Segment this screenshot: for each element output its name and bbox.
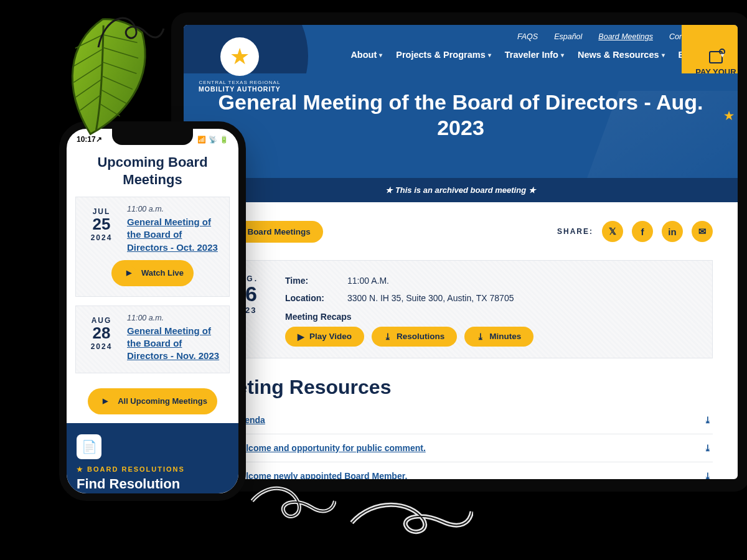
event-details: Time:11:00 A.M. Location:3300 N. IH 35, … (285, 272, 533, 347)
logo-line1: CENTRAL TEXAS REGIONAL (199, 80, 281, 85)
resolutions-button[interactable]: ⤓Resolutions (372, 327, 457, 347)
upcoming-title: Upcoming Board Meetings (75, 154, 230, 188)
card-time: 11:00 a.m. (127, 205, 222, 213)
resolutions-kicker: BOARD RESOLUTIONS (77, 465, 228, 474)
download-icon[interactable]: ⤓ (704, 471, 712, 479)
signal-icon: 📶 (197, 136, 206, 143)
time-value: 11:00 A.M. (347, 276, 389, 286)
card-year: 2024 (83, 342, 120, 351)
share-x-icon[interactable]: 𝕏 (602, 221, 623, 242)
star-icon: ★ (724, 110, 734, 123)
resource-link[interactable]: Welcome newly appointed Board Member. (233, 471, 407, 479)
meeting-card: AUG 28 2024 11:00 a.m. General Meeting o… (75, 306, 230, 373)
download-icon: ⤓ (477, 332, 484, 342)
chevron-down-icon: ▾ (379, 52, 382, 58)
battery-icon: 🔋 (220, 136, 228, 143)
all-upcoming-button[interactable]: ▶All Upcoming Meetings (88, 388, 217, 414)
meeting-link[interactable]: General Meeting of the Board of Director… (127, 217, 218, 253)
share-label: SHARE: (557, 227, 593, 236)
resource-link[interactable]: Welcome and opportunity for public comme… (233, 443, 425, 453)
play-icon: ▶ (98, 394, 113, 409)
play-icon: ▶ (298, 332, 304, 342)
meeting-resources-heading: Meeting Resources (209, 376, 713, 399)
resolutions-panel: 📄 BOARD RESOLUTIONS Find Resolution (67, 423, 238, 502)
watch-live-label: Watch Live (141, 268, 184, 278)
page-content: ◄ All Board Meetings SHARE: 𝕏 f in ✉ AUG… (184, 202, 738, 479)
site-logo[interactable]: ★ CENTRAL TEXAS REGIONAL MOBILITY AUTHOR… (199, 37, 281, 93)
card-date: AUG 28 2024 (83, 314, 120, 363)
card-date: JUL 25 2024 (83, 205, 120, 254)
card-year: 2024 (83, 233, 120, 242)
star-icon: ★ (230, 44, 250, 70)
download-icon: ⤓ (384, 332, 392, 342)
share-row: SHARE: 𝕏 f in ✉ (557, 221, 713, 242)
meeting-info-card: AUG. 16 2023 Time:11:00 A.M. Location:33… (209, 260, 713, 358)
minutes-label: Minutes (489, 332, 521, 341)
resource-row: 00.Agenda ⤓ (209, 406, 713, 434)
card-time: 11:00 a.m. (127, 314, 222, 322)
all-upcoming-label: All Upcoming Meetings (118, 396, 207, 406)
resolutions-title: Find Resolution (77, 476, 228, 492)
logo-line2: MOBILITY AUTHORITY (199, 85, 281, 93)
chevron-down-icon: ▾ (488, 52, 491, 58)
nav-espanol[interactable]: Español (554, 32, 582, 41)
document-icon: 📄 (77, 434, 101, 459)
nav-about-label: About (350, 50, 377, 60)
page-title: General Meeting of the Board of Director… (209, 90, 713, 141)
resource-row: 02.Welcome newly appointed Board Member.… (209, 462, 713, 479)
resolutions-label: Resolutions (397, 332, 444, 341)
nav-about[interactable]: About▾ (350, 50, 382, 60)
share-email-icon[interactable]: ✉ (692, 221, 713, 242)
meeting-card: JUL 25 2024 11:00 a.m. General Meeting o… (75, 197, 230, 297)
logo-badge: ★ (220, 37, 259, 76)
play-icon: ▶ (121, 266, 136, 281)
chevron-down-icon: ▾ (662, 52, 665, 58)
chevron-down-icon: ▾ (721, 52, 724, 58)
nav-traveler[interactable]: Traveler Info▾ (505, 50, 564, 60)
laptop-frame: PAY YOUR TOLL ★ CENTRAL TEXAS REGIONAL M… (171, 12, 747, 492)
share-linkedin-icon[interactable]: in (662, 221, 683, 242)
play-video-button[interactable]: ▶Play Video (285, 327, 364, 347)
wifi-icon: 📡 (209, 136, 217, 143)
play-video-label: Play Video (309, 332, 352, 341)
card-day: 28 (83, 325, 120, 341)
card-day: 25 (83, 216, 120, 232)
chevron-down-icon: ▾ (561, 52, 564, 58)
location-label: Location: (285, 293, 335, 303)
download-icon[interactable]: ⤓ (704, 415, 712, 425)
recaps-heading: Meeting Recaps (285, 312, 533, 322)
time-label: Time: (285, 276, 335, 286)
vine-illustration (92, 4, 167, 54)
resource-row: 01.Welcome and opportunity for public co… (209, 434, 713, 462)
nav-board-meetings[interactable]: Board Meetings (598, 32, 653, 41)
vine-illustration (249, 479, 336, 529)
download-icon[interactable]: ⤓ (704, 443, 712, 453)
nav-faqs[interactable]: FAQS (517, 32, 538, 41)
nav-projects-label: Projects & Programs (396, 50, 485, 60)
nav-projects[interactable]: Projects & Programs▾ (396, 50, 491, 60)
nav-news[interactable]: News & Resources▾ (578, 50, 665, 60)
status-indicators: 📶📡🔋 (195, 135, 228, 144)
watch-live-button[interactable]: ▶Watch Live (111, 260, 194, 286)
nav-traveler-label: Traveler Info (505, 50, 558, 60)
vine-illustration (349, 492, 473, 541)
nav-news-label: News & Resources (578, 50, 659, 60)
minutes-button[interactable]: ⤓Minutes (464, 327, 533, 347)
phone-frame: 10:17↗ 📶📡🔋 Upcoming Board Meetings JUL 2… (59, 121, 246, 501)
share-facebook-icon[interactable]: f (632, 221, 653, 242)
meeting-link[interactable]: General Meeting of the Board of Director… (127, 325, 219, 362)
site-header: PAY YOUR TOLL ★ CENTRAL TEXAS REGIONAL M… (184, 25, 738, 73)
archive-banner: ★ This is an archived board meeting ★ (184, 178, 738, 202)
location-value: 3300 N. IH 35, Suite 300, Austin, TX 787… (347, 293, 514, 303)
